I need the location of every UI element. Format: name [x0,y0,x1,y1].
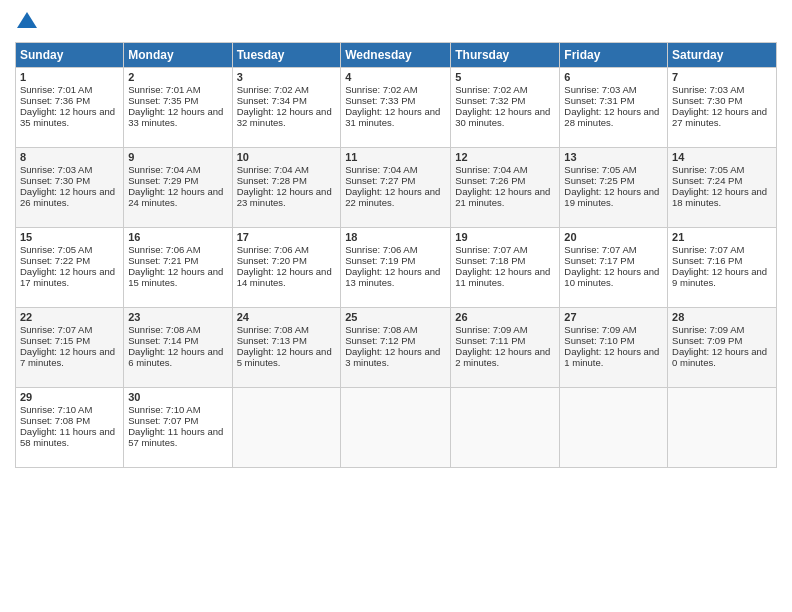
sunset-text: Sunset: 7:29 PM [128,175,198,186]
day-number: 4 [345,71,446,83]
daylight-text: Daylight: 12 hours and 13 minutes. [345,266,440,288]
sunset-text: Sunset: 7:11 PM [455,335,525,346]
sunrise-text: Sunrise: 7:03 AM [672,84,744,95]
daylight-text: Daylight: 12 hours and 9 minutes. [672,266,767,288]
calendar-cell: 15Sunrise: 7:05 AMSunset: 7:22 PMDayligh… [16,228,124,308]
daylight-text: Daylight: 12 hours and 5 minutes. [237,346,332,368]
sunrise-text: Sunrise: 7:02 AM [345,84,417,95]
daylight-text: Daylight: 12 hours and 1 minute. [564,346,659,368]
sunrise-text: Sunrise: 7:07 AM [672,244,744,255]
day-number: 8 [20,151,119,163]
calendar-cell: 7Sunrise: 7:03 AMSunset: 7:30 PMDaylight… [668,68,777,148]
day-number: 26 [455,311,555,323]
day-number: 15 [20,231,119,243]
sunrise-text: Sunrise: 7:02 AM [455,84,527,95]
sunrise-text: Sunrise: 7:08 AM [237,324,309,335]
sunset-text: Sunset: 7:26 PM [455,175,525,186]
daylight-text: Daylight: 12 hours and 17 minutes. [20,266,115,288]
day-number: 22 [20,311,119,323]
sunset-text: Sunset: 7:35 PM [128,95,198,106]
day-number: 6 [564,71,663,83]
day-header-tuesday: Tuesday [232,43,341,68]
calendar-cell: 14Sunrise: 7:05 AMSunset: 7:24 PMDayligh… [668,148,777,228]
sunrise-text: Sunrise: 7:09 AM [455,324,527,335]
calendar-cell: 22Sunrise: 7:07 AMSunset: 7:15 PMDayligh… [16,308,124,388]
calendar-cell: 9Sunrise: 7:04 AMSunset: 7:29 PMDaylight… [124,148,232,228]
sunrise-text: Sunrise: 7:04 AM [345,164,417,175]
sunset-text: Sunset: 7:25 PM [564,175,634,186]
calendar-cell [668,388,777,468]
calendar-cell: 30Sunrise: 7:10 AMSunset: 7:07 PMDayligh… [124,388,232,468]
daylight-text: Daylight: 12 hours and 28 minutes. [564,106,659,128]
day-number: 21 [672,231,772,243]
sunset-text: Sunset: 7:31 PM [564,95,634,106]
calendar-cell: 27Sunrise: 7:09 AMSunset: 7:10 PMDayligh… [560,308,668,388]
calendar-week-5: 29Sunrise: 7:10 AMSunset: 7:08 PMDayligh… [16,388,777,468]
calendar-cell: 12Sunrise: 7:04 AMSunset: 7:26 PMDayligh… [451,148,560,228]
day-header-friday: Friday [560,43,668,68]
calendar-week-4: 22Sunrise: 7:07 AMSunset: 7:15 PMDayligh… [16,308,777,388]
daylight-text: Daylight: 12 hours and 27 minutes. [672,106,767,128]
sunset-text: Sunset: 7:34 PM [237,95,307,106]
daylight-text: Daylight: 12 hours and 23 minutes. [237,186,332,208]
calendar-cell: 1Sunrise: 7:01 AMSunset: 7:36 PMDaylight… [16,68,124,148]
calendar-cell: 23Sunrise: 7:08 AMSunset: 7:14 PMDayligh… [124,308,232,388]
sunset-text: Sunset: 7:12 PM [345,335,415,346]
logo-icon [15,10,39,34]
sunrise-text: Sunrise: 7:07 AM [455,244,527,255]
sunrise-text: Sunrise: 7:07 AM [20,324,92,335]
daylight-text: Daylight: 12 hours and 6 minutes. [128,346,223,368]
calendar-cell: 16Sunrise: 7:06 AMSunset: 7:21 PMDayligh… [124,228,232,308]
daylight-text: Daylight: 12 hours and 33 minutes. [128,106,223,128]
sunset-text: Sunset: 7:32 PM [455,95,525,106]
sunset-text: Sunset: 7:09 PM [672,335,742,346]
daylight-text: Daylight: 12 hours and 31 minutes. [345,106,440,128]
daylight-text: Daylight: 12 hours and 19 minutes. [564,186,659,208]
calendar-week-2: 8Sunrise: 7:03 AMSunset: 7:30 PMDaylight… [16,148,777,228]
sunrise-text: Sunrise: 7:08 AM [345,324,417,335]
day-number: 23 [128,311,227,323]
sunset-text: Sunset: 7:18 PM [455,255,525,266]
daylight-text: Daylight: 12 hours and 35 minutes. [20,106,115,128]
sunrise-text: Sunrise: 7:03 AM [20,164,92,175]
day-header-thursday: Thursday [451,43,560,68]
calendar-cell [232,388,341,468]
day-number: 17 [237,231,337,243]
sunrise-text: Sunrise: 7:09 AM [672,324,744,335]
calendar-cell [341,388,451,468]
sunset-text: Sunset: 7:19 PM [345,255,415,266]
calendar-cell: 17Sunrise: 7:06 AMSunset: 7:20 PMDayligh… [232,228,341,308]
day-number: 12 [455,151,555,163]
sunset-text: Sunset: 7:36 PM [20,95,90,106]
calendar-week-1: 1Sunrise: 7:01 AMSunset: 7:36 PMDaylight… [16,68,777,148]
calendar-table: SundayMondayTuesdayWednesdayThursdayFrid… [15,42,777,468]
day-number: 13 [564,151,663,163]
calendar-week-3: 15Sunrise: 7:05 AMSunset: 7:22 PMDayligh… [16,228,777,308]
daylight-text: Daylight: 12 hours and 10 minutes. [564,266,659,288]
day-number: 2 [128,71,227,83]
sunset-text: Sunset: 7:13 PM [237,335,307,346]
calendar-cell: 25Sunrise: 7:08 AMSunset: 7:12 PMDayligh… [341,308,451,388]
day-number: 25 [345,311,446,323]
calendar-header-row: SundayMondayTuesdayWednesdayThursdayFrid… [16,43,777,68]
daylight-text: Daylight: 12 hours and 22 minutes. [345,186,440,208]
daylight-text: Daylight: 12 hours and 30 minutes. [455,106,550,128]
sunrise-text: Sunrise: 7:01 AM [128,84,200,95]
calendar-cell: 26Sunrise: 7:09 AMSunset: 7:11 PMDayligh… [451,308,560,388]
day-number: 14 [672,151,772,163]
sunrise-text: Sunrise: 7:10 AM [20,404,92,415]
day-header-wednesday: Wednesday [341,43,451,68]
calendar-cell [560,388,668,468]
day-number: 3 [237,71,337,83]
logo [15,10,43,34]
sunrise-text: Sunrise: 7:04 AM [455,164,527,175]
daylight-text: Daylight: 11 hours and 57 minutes. [128,426,223,448]
daylight-text: Daylight: 12 hours and 14 minutes. [237,266,332,288]
sunrise-text: Sunrise: 7:03 AM [564,84,636,95]
header [15,10,777,34]
day-number: 24 [237,311,337,323]
calendar-cell: 3Sunrise: 7:02 AMSunset: 7:34 PMDaylight… [232,68,341,148]
day-number: 30 [128,391,227,403]
calendar-cell: 8Sunrise: 7:03 AMSunset: 7:30 PMDaylight… [16,148,124,228]
day-number: 16 [128,231,227,243]
